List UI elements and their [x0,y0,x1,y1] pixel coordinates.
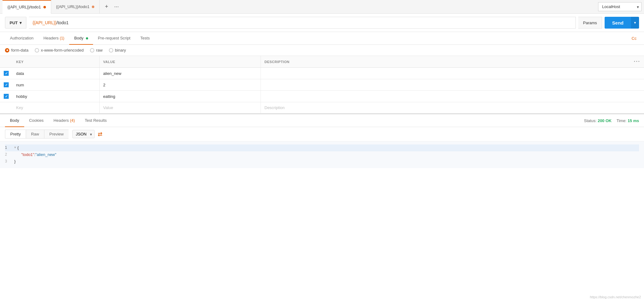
row2-more [630,79,644,91]
option-binary[interactable]: binary [109,48,126,53]
tab-tests[interactable]: Tests [135,32,154,45]
tab-1-label: {{API_URL}}/todo1 [7,5,41,9]
url-input-area[interactable]: {{API_URL}}/todo1 [29,17,576,29]
placeholder-key[interactable]: Key [12,102,99,113]
env-select[interactable]: LocalHost Production Development [598,2,642,11]
tab-headers-badge: (1) [60,36,65,40]
format-select[interactable]: JSON XML HTML Text [72,130,95,138]
send-btn-group: Send ▾ [605,17,639,29]
time-value: 15 ms [628,118,639,123]
col-check-header [0,56,12,68]
body-options: form-data x-www-form-urlencoded raw bina… [0,45,644,56]
tab-body-dot [86,37,88,39]
row3-key[interactable]: hobby [12,91,99,102]
line-num-2: 2 [5,151,14,158]
resp-tab-body-label: Body [10,118,19,123]
col-key-header: KEY [12,56,99,68]
code-output: 1 ▾ { 2 "todo1" : "alien_new" 3 } [0,141,644,168]
row1-desc[interactable] [261,68,630,79]
status-label: Status: 200 OK [584,118,612,123]
row3-value[interactable]: eatting [99,91,261,102]
line-num-1: 1 [5,144,14,151]
row1-more [630,68,644,79]
tab-actions: + ··· [102,2,121,11]
method-select[interactable]: PUT ▾ [5,17,26,29]
table-more-icon[interactable]: ··· [634,58,640,65]
placeholder-check-cell [0,102,12,113]
tab-body[interactable]: Body [69,32,93,45]
more-tabs-button[interactable]: ··· [112,2,121,11]
row2-key[interactable]: num [12,79,99,91]
tab-2-dot [92,6,94,8]
view-tab-preview[interactable]: Preview [44,130,69,139]
view-tab-pretty[interactable]: Pretty [5,130,26,139]
add-tab-button[interactable]: + [102,2,111,11]
tab-1-dot [43,6,46,8]
col-desc-header: DESCRIPTION [261,56,630,68]
tab-prerequest[interactable]: Pre-request Script [93,32,136,45]
row1-check-cell[interactable] [0,68,12,79]
send-dropdown-button[interactable]: ▾ [631,17,639,29]
option-form-data-label: form-data [11,48,29,53]
line-num-3: 3 [5,158,14,164]
table-row: data alien_new [0,68,644,79]
tab-2[interactable]: {{API_URL}}/todo1 [51,0,100,14]
table-row-placeholder: Key Value Description [0,102,644,113]
status-info: Status: 200 OK Time: 15 ms [584,118,639,123]
code-line-3: 3 } [5,158,639,165]
row1-checkbox[interactable] [4,71,9,76]
tab-1[interactable]: {{API_URL}}/todo1 [2,0,51,14]
url-prefix: {{API_URL}} [33,20,56,25]
radio-form-data-icon [5,48,9,53]
collapse-icon-1[interactable]: ▾ [14,144,16,150]
row3-check-cell[interactable] [0,91,12,102]
row2-check-cell[interactable] [0,79,12,91]
format-select-wrapper: JSON XML HTML Text [72,130,95,138]
method-label: PUT [10,21,18,25]
row1-key[interactable]: data [12,68,99,79]
row2-value[interactable]: 2 [99,79,261,91]
table-row: hobby eatting [0,91,644,102]
code-line-1: 1 ▾ { [5,144,639,151]
row3-desc[interactable] [261,91,630,102]
placeholder-more [630,102,644,113]
json-open-brace: { [17,144,19,151]
radio-urlencoded-icon [35,48,39,53]
row2-desc[interactable] [261,79,630,91]
row1-value[interactable]: alien_new [99,68,261,79]
resp-tab-testresults[interactable]: Test Results [80,114,112,127]
tab-tests-label: Tests [140,36,150,40]
resp-tab-headers[interactable]: Headers (4) [49,114,80,127]
resp-tab-cookies[interactable]: Cookies [24,114,49,127]
resp-tab-body[interactable]: Body [5,114,24,127]
option-form-data[interactable]: form-data [5,48,29,53]
response-tabs-bar: Body Cookies Headers (4) Test Results St… [0,114,644,127]
env-select-wrapper: LocalHost Production Development [598,2,642,11]
option-raw[interactable]: raw [90,48,103,53]
wrap-icon[interactable]: ⇄ [98,131,102,138]
status-value: 200 OK [598,118,612,123]
resp-tab-headers-badge: (4) [70,118,75,123]
tab-2-label: {{API_URL}}/todo1 [56,4,90,9]
tab-authorization[interactable]: Authorization [5,32,38,45]
row2-checkbox[interactable] [4,82,9,87]
option-urlencoded[interactable]: x-www-form-urlencoded [35,48,84,53]
env-select-area: LocalHost Production Development [598,2,642,11]
option-raw-label: raw [96,48,103,53]
url-text: {{API_URL}}/todo1 [33,20,572,25]
code-line-2: 2 "todo1" : "alien_new" [5,151,639,158]
placeholder-desc[interactable]: Description [261,102,630,113]
col-value-header: VALUE [99,56,261,68]
option-binary-label: binary [115,48,126,53]
json-key-todo1: "todo1" [21,151,34,158]
table-row: num 2 [0,79,644,91]
tab-headers[interactable]: Headers (1) [38,32,69,45]
placeholder-value[interactable]: Value [99,102,261,113]
params-button[interactable]: Params [578,17,602,29]
resp-tab-testresults-label: Test Results [85,118,107,123]
view-tab-raw[interactable]: Raw [26,130,44,139]
resp-tab-headers-label: Headers [54,118,69,123]
send-button[interactable]: Send [605,17,631,29]
col-more-header: ··· [630,56,644,68]
row3-checkbox[interactable] [4,94,9,99]
